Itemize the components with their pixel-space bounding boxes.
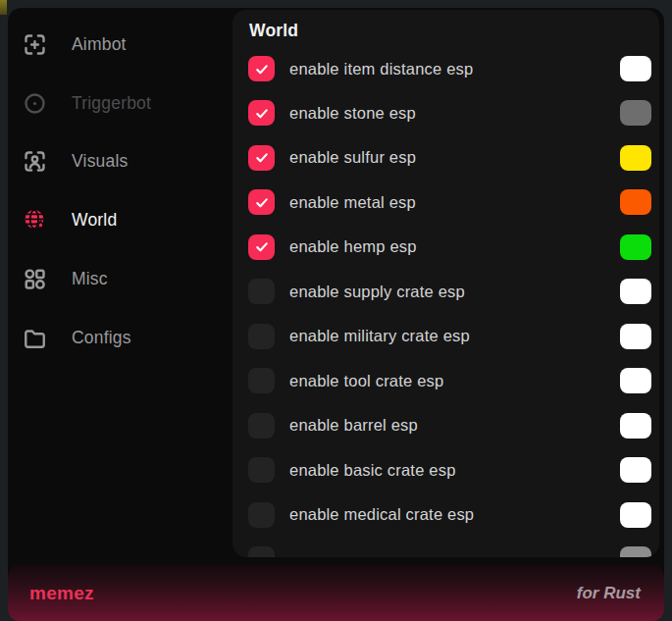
scan-plus-icon — [22, 31, 48, 58]
color-swatch[interactable] — [620, 145, 651, 171]
option-row — [248, 538, 651, 557]
person-scan-icon — [22, 148, 48, 175]
color-swatch[interactable] — [620, 502, 651, 528]
checkbox-checked[interactable] — [248, 145, 275, 171]
option-row: enable sulfur esp — [248, 136, 651, 180]
sidebar-item-aimbot[interactable]: Aimbot — [22, 26, 218, 62]
option-row: enable military crate esp — [248, 315, 651, 358]
footer-bar: memez for Rust — [8, 565, 664, 621]
sidebar-item-label: Misc — [72, 269, 108, 289]
check-icon — [254, 62, 270, 77]
checkbox-unchecked[interactable] — [248, 368, 275, 393]
option-label: enable sulfur esp — [289, 148, 416, 167]
sidebar-item-label: Aimbot — [72, 34, 127, 55]
sidebar-item-misc[interactable]: Misc — [22, 261, 218, 296]
option-label: enable stone esp — [289, 104, 416, 123]
checkbox-unchecked[interactable] — [248, 546, 275, 557]
option-label: enable medical crate esp — [289, 505, 474, 524]
checkbox-unchecked[interactable] — [248, 324, 275, 349]
background-game-fragment — [0, 0, 7, 15]
option-label: enable item distance esp — [289, 60, 473, 78]
folder-icon — [22, 325, 48, 351]
color-swatch[interactable] — [620, 56, 651, 81]
checkbox-checked[interactable] — [248, 100, 275, 126]
sidebar-item-visuals[interactable]: Visuals — [22, 143, 218, 179]
sidebar-item-label: Triggerbot — [72, 93, 151, 114]
option-row: enable medical crate esp — [248, 493, 651, 537]
color-swatch[interactable] — [620, 100, 651, 126]
option-row: enable basic crate esp — [248, 448, 651, 492]
color-swatch[interactable] — [620, 279, 651, 304]
color-swatch[interactable] — [620, 324, 651, 349]
option-row: enable stone esp — [248, 91, 651, 134]
brand-suffix-label: for Rust — [577, 584, 641, 603]
sidebar-item-label: Configs — [72, 328, 131, 348]
sidebar-item-configs[interactable]: Configs — [22, 320, 218, 355]
check-icon — [254, 239, 270, 254]
color-swatch[interactable] — [620, 368, 651, 393]
checkbox-unchecked[interactable] — [248, 413, 275, 439]
brand-label: memez — [29, 583, 94, 604]
option-row: enable hemp esp — [248, 226, 651, 269]
option-row: enable item distance esp — [248, 47, 651, 90]
sidebar-item-label: World — [72, 210, 117, 231]
color-swatch[interactable] — [620, 546, 651, 557]
check-icon — [254, 195, 270, 210]
option-label: enable tool crate esp — [289, 372, 443, 390]
sidebar: AimbotTriggerbotVisualsWorldMiscConfigs — [8, 8, 233, 557]
checkbox-checked[interactable] — [248, 56, 275, 81]
option-row: enable tool crate esp — [248, 359, 651, 402]
option-label: enable supply crate esp — [289, 283, 465, 301]
sidebar-item-label: Visuals — [72, 151, 129, 172]
option-row: enable supply crate esp — [248, 270, 651, 313]
page-title: World — [249, 21, 298, 41]
sidebar-item-triggerbot[interactable]: Triggerbot — [22, 85, 218, 121]
option-label: enable basic crate esp — [289, 461, 456, 480]
checkbox-unchecked[interactable] — [248, 279, 275, 304]
cheat-menu-window: AimbotTriggerbotVisualsWorldMiscConfigs … — [8, 8, 664, 621]
checkbox-unchecked[interactable] — [248, 457, 275, 483]
trigger-circle-icon — [22, 90, 48, 117]
option-row: enable metal esp — [248, 181, 651, 224]
world-settings-scroll-area[interactable]: World enable item distance espenable sto… — [233, 10, 659, 557]
color-swatch[interactable] — [620, 457, 651, 483]
color-swatch[interactable] — [620, 413, 651, 439]
checkbox-checked[interactable] — [248, 189, 275, 215]
color-swatch[interactable] — [620, 234, 651, 260]
option-label: enable military crate esp — [289, 327, 470, 345]
checkbox-unchecked[interactable] — [248, 502, 275, 528]
option-row: enable barrel esp — [248, 404, 651, 447]
grid-shapes-icon — [22, 266, 48, 292]
checkbox-checked[interactable] — [248, 234, 275, 260]
option-label: enable hemp esp — [289, 237, 417, 256]
option-label: enable metal esp — [289, 193, 416, 212]
check-icon — [254, 150, 270, 165]
option-label: enable barrel esp — [289, 416, 418, 435]
color-swatch[interactable] — [620, 189, 651, 215]
check-icon — [254, 106, 270, 121]
globe-star-icon — [22, 207, 48, 233]
sidebar-item-world[interactable]: World — [22, 202, 218, 237]
